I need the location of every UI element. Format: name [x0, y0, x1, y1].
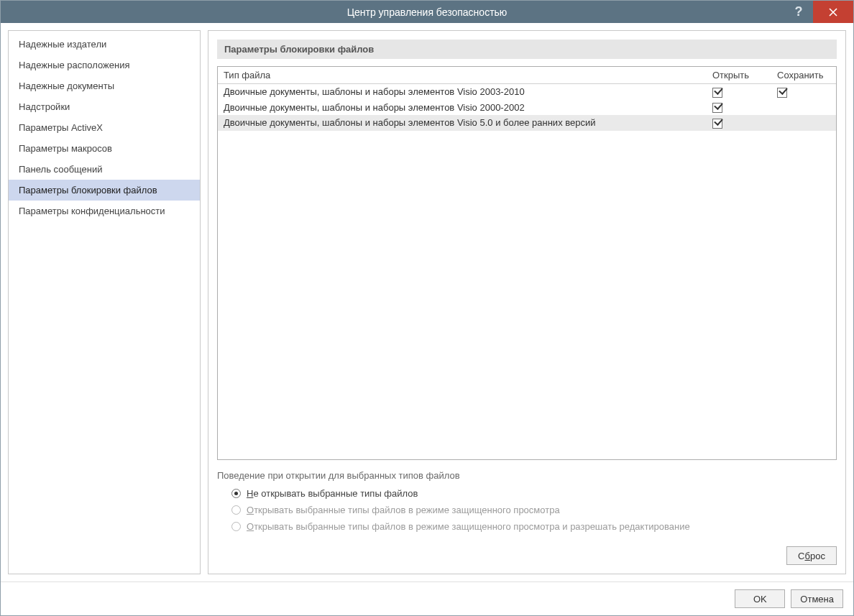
behavior-option-0[interactable]: Не открывать выбранные типы файлов [217, 485, 837, 502]
dialog-body: Надежные издателиНадежные расположенияНа… [1, 23, 853, 581]
reset-button[interactable]: Сброс [786, 546, 837, 565]
sidebar-item-2[interactable]: Надежные документы [9, 75, 200, 96]
sidebar-item-0[interactable]: Надежные издатели [9, 34, 200, 55]
open-checkbox[interactable] [712, 119, 722, 129]
ok-button[interactable]: OK [735, 589, 785, 608]
behavior-option-2: Открывать выбранные типы файлов в режиме… [217, 518, 837, 535]
main-panel: Параметры блокировки файлов Тип файла От… [208, 30, 846, 574]
behavior-title: Поведение при открытии для выбранных тип… [217, 470, 837, 481]
radio-icon [231, 505, 241, 515]
file-block-table-container: Тип файла Открыть Сохранить Двоичные док… [217, 66, 837, 460]
help-button[interactable]: ? [784, 1, 813, 23]
save-checkbox[interactable] [777, 88, 787, 98]
radio-icon [231, 489, 241, 498]
behavior-option-label: Открывать выбранные типы файлов в режиме… [247, 505, 560, 515]
col-header-open[interactable]: Открыть [707, 67, 771, 84]
reset-label: Сброс [798, 551, 825, 561]
sidebar-item-1[interactable]: Надежные расположения [9, 55, 200, 75]
save-cell [771, 84, 836, 100]
trust-center-dialog: Центр управления безопасностью ? Надежны… [0, 0, 854, 616]
titlebar-controls: ? [784, 1, 853, 23]
sidebar-item-8[interactable]: Параметры конфиденциальности [9, 201, 200, 221]
close-button[interactable] [813, 1, 853, 23]
sidebar-item-3[interactable]: Надстройки [9, 96, 200, 117]
open-cell [707, 100, 771, 116]
radio-icon [231, 522, 241, 531]
sidebar-item-5[interactable]: Параметры макросов [9, 138, 200, 159]
section-header: Параметры блокировки файлов [217, 40, 837, 59]
cancel-button[interactable]: Отмена [791, 589, 843, 608]
table-row[interactable]: Двоичные документы, шаблоны и наборы эле… [218, 115, 836, 131]
col-header-type[interactable]: Тип файла [218, 67, 707, 84]
file-type-cell: Двоичные документы, шаблоны и наборы эле… [218, 100, 707, 116]
table-row[interactable]: Двоичные документы, шаблоны и наборы эле… [218, 84, 836, 100]
open-cell [707, 115, 771, 131]
save-cell [771, 100, 836, 116]
open-cell [707, 84, 771, 100]
titlebar: Центр управления безопасностью ? [1, 1, 853, 23]
help-icon: ? [795, 4, 803, 19]
open-checkbox[interactable] [712, 103, 722, 113]
behavior-option-1: Открывать выбранные типы файлов в режиме… [217, 502, 837, 518]
sidebar: Надежные издателиНадежные расположенияНа… [8, 30, 201, 574]
behavior-option-label: Открывать выбранные типы файлов в режиме… [247, 521, 690, 532]
open-behavior-section: Поведение при открытии для выбранных тип… [217, 467, 837, 535]
close-icon [829, 8, 837, 17]
dialog-footer: OK Отмена [1, 581, 853, 615]
reset-row: Сброс [217, 542, 837, 565]
sidebar-item-7[interactable]: Параметры блокировки файлов [9, 180, 200, 201]
col-header-save[interactable]: Сохранить [771, 67, 836, 84]
window-title: Центр управления безопасностью [347, 6, 508, 18]
behavior-option-label: Не открывать выбранные типы файлов [247, 488, 418, 499]
file-block-table: Тип файла Открыть Сохранить Двоичные док… [218, 67, 836, 131]
save-cell [771, 115, 836, 131]
file-type-cell: Двоичные документы, шаблоны и наборы эле… [218, 115, 707, 131]
table-row[interactable]: Двоичные документы, шаблоны и наборы эле… [218, 100, 836, 116]
file-type-cell: Двоичные документы, шаблоны и наборы эле… [218, 84, 707, 100]
sidebar-item-6[interactable]: Панель сообщений [9, 159, 200, 180]
sidebar-item-4[interactable]: Параметры ActiveX [9, 117, 200, 138]
open-checkbox[interactable] [712, 88, 722, 98]
